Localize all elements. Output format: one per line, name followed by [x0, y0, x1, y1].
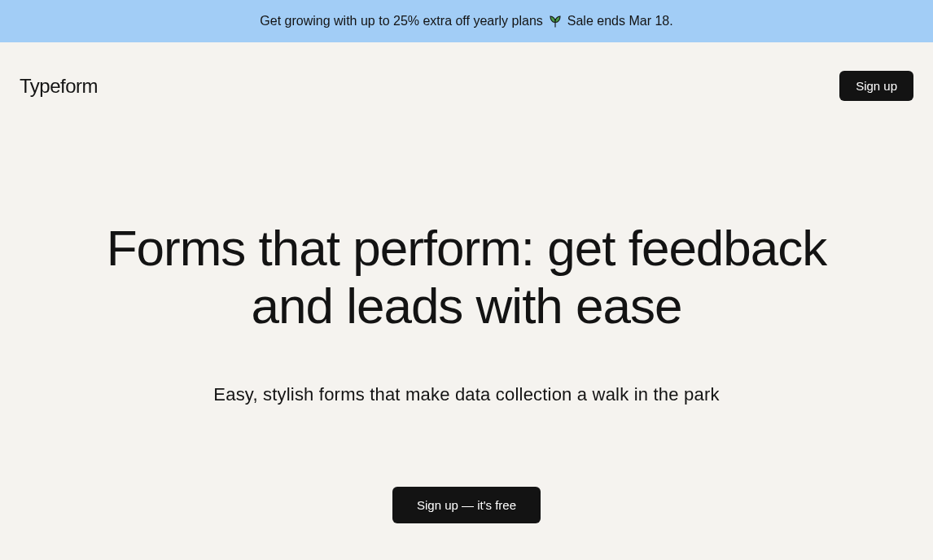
header: Typeform Sign up	[0, 42, 933, 101]
promo-banner[interactable]: Get growing with up to 25% extra off yea…	[0, 0, 933, 42]
seedling-icon	[548, 14, 563, 28]
logo[interactable]: Typeform	[20, 75, 98, 98]
promo-text-before: Get growing with up to 25% extra off yea…	[260, 14, 542, 28]
hero-subtitle: Easy, stylish forms that make data colle…	[33, 384, 900, 405]
hero-title: Forms that perform: get feedback and lea…	[100, 219, 833, 335]
signup-button[interactable]: Sign up	[839, 71, 913, 101]
hero-section: Forms that perform: get feedback and lea…	[0, 101, 933, 556]
hero-cta-button[interactable]: Sign up — it's free	[392, 487, 541, 523]
promo-text-after: Sale ends Mar 18.	[567, 14, 673, 28]
